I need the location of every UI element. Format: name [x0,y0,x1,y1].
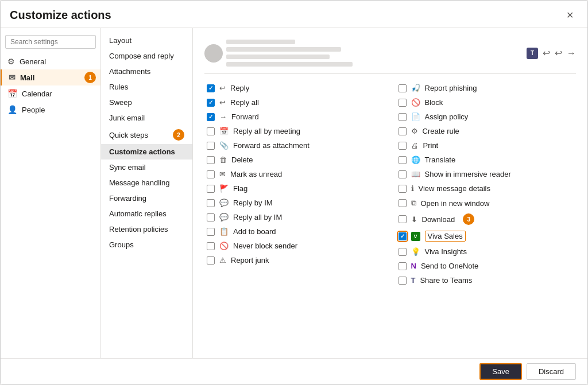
sidebar-item-people[interactable]: 👤 People [1,102,100,118]
mail-icon: ✉ [9,73,16,82]
forward-icon: → [219,112,227,121]
action-row-share-teams: T Share to Teams [396,273,577,287]
preview-line-4 [226,62,353,67]
forward-preview-icon: → [567,48,576,59]
action-row-viva-insights: 💡 Viva Insights [396,244,577,259]
checkbox-message-details[interactable] [399,185,407,193]
junk-icon: ⚠ [219,256,226,265]
new-window-icon: ⧉ [411,199,416,208]
preview-lines [226,40,523,67]
action-row-message-details: ℹ View message details [396,181,577,196]
checkbox-report-phishing[interactable] [399,84,407,92]
preview-avatar [204,44,223,63]
viva-sales-icon: V [411,232,420,241]
never-block-icon: 🚫 [219,242,229,250]
discard-button[interactable]: Discard [527,363,576,380]
save-button[interactable]: Save [479,363,522,380]
right-column: 🎣 Report phishing 🚫 Block 📄 Assign polic… [396,81,577,287]
checkbox-reply[interactable] [207,84,215,92]
checkbox-block[interactable] [399,99,407,107]
checkbox-print[interactable] [399,142,407,150]
action-row-new-window: ⧉ Open in new window [396,196,577,211]
checkbox-forward-attachment[interactable] [207,142,215,150]
gear-icon: ⚙ [7,57,15,66]
search-input[interactable] [5,35,96,49]
action-row-report-phishing: 🎣 Report phishing [396,81,577,95]
actions-grid: ↩ Reply ↩ Reply all → Forward [204,81,576,287]
nav-item-automatic-replies[interactable]: Automatic replies [101,206,192,221]
dialog-body: ⚙ General ✉ Mail 1 📅 Calendar 👤 People L… [1,28,587,358]
action-row-reply-all-im: 💬 Reply all by IM [204,210,385,224]
checkbox-viva-insights[interactable] [399,248,407,256]
action-row-forward-attachment: 📎 Forward as attachment [204,138,385,153]
checkbox-flag[interactable] [207,185,215,193]
delete-icon: 🗑 [219,155,227,164]
calendar-icon: 📅 [7,89,17,98]
quick-steps-badge: 2 [173,129,184,141]
nav-item-layout[interactable]: Layout [101,33,192,48]
nav-item-sync-email[interactable]: Sync email [101,160,192,175]
reply-preview-icon: ↩ [543,48,550,59]
checkbox-share-teams[interactable] [399,277,407,285]
print-icon: 🖨 [411,141,419,150]
nav-item-message-handling[interactable]: Message handling [101,175,192,190]
flag-icon: 🚩 [219,184,229,193]
nav-item-junk-email[interactable]: Junk email [101,110,192,126]
nav-item-forwarding[interactable]: Forwarding [101,190,192,206]
checkbox-reply-all[interactable] [207,99,215,107]
checkbox-send-onenote[interactable] [399,262,407,270]
nav-item-rules[interactable]: Rules [101,79,192,95]
unread-icon: ✉ [219,170,226,178]
nav-item-compose-reply[interactable]: Compose and reply [101,48,192,64]
action-row-never-block: 🚫 Never block sender [204,239,385,253]
action-row-reply-im: 💬 Reply by IM [204,196,385,210]
sidebar-item-calendar[interactable]: 📅 Calendar [1,85,100,102]
checkbox-immersive-reader[interactable] [399,170,407,178]
action-row-flag: 🚩 Flag [204,181,385,196]
left-column: ↩ Reply ↩ Reply all → Forward [204,81,385,287]
nav-item-attachments[interactable]: Attachments [101,64,192,79]
checkbox-reply-all-im[interactable] [207,213,215,221]
translate-icon: 🌐 [411,155,420,164]
checkbox-translate[interactable] [399,156,407,164]
checkbox-viva-sales[interactable] [399,232,407,240]
action-row-print: 🖨 Print [396,138,577,153]
checkbox-assign-policy[interactable] [399,113,407,121]
sidebar-item-mail[interactable]: ✉ Mail 1 [1,69,100,85]
action-row-reply-meeting: 📅 Reply all by meeting [204,124,385,138]
action-row-send-onenote: N Send to OneNote [396,259,577,273]
close-button[interactable]: ✕ [562,7,578,23]
meeting-icon: 📅 [219,127,229,135]
checkbox-add-board[interactable] [207,228,215,236]
nav-item-groups[interactable]: Groups [101,237,192,252]
dialog-title: Customize actions [10,9,111,22]
nav-item-retention-policies[interactable]: Retention policies [101,221,192,237]
phishing-icon: 🎣 [411,84,420,92]
nav-item-customize-actions[interactable]: Customize actions [101,144,192,160]
checkbox-report-junk[interactable] [207,256,215,265]
checkbox-mark-unread[interactable] [207,170,215,178]
main-content: T ↩ ↩ → ↩ Reply ↩ [193,28,587,358]
nav-item-quick-steps[interactable]: Quick steps 2 [101,126,192,144]
checkbox-new-window[interactable] [399,199,407,207]
checkbox-create-rule[interactable] [399,127,407,135]
checkbox-delete[interactable] [207,156,215,164]
nav-item-sweep[interactable]: Sweep [101,95,192,110]
details-icon: ℹ [411,184,414,193]
dialog-footer: Save Discard [1,358,587,384]
action-row-reply: ↩ Reply [204,81,385,95]
action-row-download: ⬇ Download 3 [396,211,577,228]
board-icon: 📋 [219,227,229,236]
action-row-immersive-reader: 📖 Show in immersive reader [396,167,577,181]
action-row-translate: 🌐 Translate [396,153,577,167]
checkbox-reply-im[interactable] [207,199,215,207]
sidebar: ⚙ General ✉ Mail 1 📅 Calendar 👤 People [1,28,101,358]
action-row-reply-all: ↩ Reply all [204,95,385,110]
checkbox-forward[interactable] [207,113,215,121]
download-badge: 3 [463,213,474,225]
checkbox-download[interactable] [399,215,407,223]
teams-preview-icon: T [527,48,538,59]
sidebar-item-general[interactable]: ⚙ General [1,53,100,69]
checkbox-never-block[interactable] [207,242,215,250]
checkbox-reply-meeting[interactable] [207,127,215,135]
